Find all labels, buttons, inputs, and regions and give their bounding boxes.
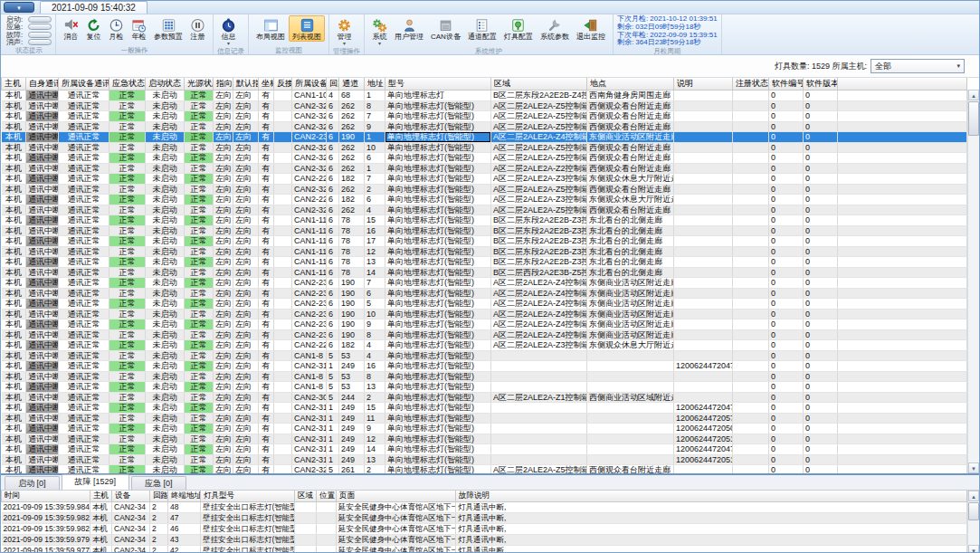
column-header[interactable]: 主机 <box>90 491 112 502</box>
scroll-down-arrow[interactable]: ▼ <box>968 462 979 473</box>
monthly-check-button[interactable]: 月检 <box>105 15 128 42</box>
ribbon-tab-datetime[interactable]: 2021-09-09 15:40:32 <box>40 1 147 14</box>
scroll-thumb[interactable] <box>968 101 979 136</box>
annual-check-button[interactable]: 年检 <box>128 15 150 42</box>
lamp-row[interactable]: 本机通讯中断通讯正常正常未启动正常左向左向有CAN2-3052442单向地埋标志… <box>2 392 967 403</box>
lamp-row[interactable]: 本机通讯中断通讯正常正常未启动正常左向左向有CAN1-1167815单向地埋标志… <box>2 215 967 226</box>
column-header[interactable]: 终端地址 <box>168 491 201 502</box>
lamp-row[interactable]: 本机通讯中断通讯正常正常未启动正常左向左向有CAN2-2261824单向地埋标志… <box>2 340 967 351</box>
lamp-row[interactable]: 本机通讯中断通讯正常正常未启动正常左向左向有CAN1-1167813单向地埋标志… <box>2 257 967 268</box>
column-header[interactable]: 灯具型号 <box>201 491 295 502</box>
tab-emergency[interactable]: 应急 [0] <box>131 476 186 490</box>
column-header[interactable]: 所属设备 <box>292 78 327 91</box>
column-header[interactable]: 所属设备通讯 <box>59 78 109 91</box>
register-button[interactable]: 注册 <box>186 15 209 42</box>
scroll-up-arrow[interactable]: ▲ <box>968 90 979 100</box>
column-header[interactable]: 区域 <box>491 78 587 91</box>
lamp-row[interactable]: 本机通讯中断通讯正常正常未启动正常左向左向有CAN2-2261827单向地埋标志… <box>2 174 967 185</box>
lamp-config-button[interactable]: 灯具配置 <box>500 15 537 42</box>
lamp-row[interactable]: 本机通讯中断通讯正常正常未启动正常左向左向有CAN2-2361908单向地埋标志… <box>2 329 967 340</box>
lamp-row[interactable]: 本机通讯中断通讯正常正常未启动正常左向左向有CAN2-31124914单向地埋标… <box>2 444 967 455</box>
column-header[interactable]: 通道 <box>339 78 365 91</box>
app-menu-button[interactable]: ▾ <box>4 2 34 13</box>
column-header[interactable]: 回路 <box>150 491 168 502</box>
column-header[interactable]: 区域 <box>295 491 317 502</box>
lamp-row[interactable]: 本机通讯中断通讯正常正常未启动正常左向左向有CAN2-31124916单向地埋标… <box>2 361 967 372</box>
fault-table-scrollbar[interactable]: ▲ ▼ <box>967 491 979 553</box>
user-management-button[interactable]: 用户管理 <box>391 15 427 42</box>
can-device-button[interactable]: CAN设备 <box>427 15 464 42</box>
lamp-row[interactable]: 本机通讯中断通讯正常正常未启动正常左向左向有CAN1-1167814单向地埋标志… <box>2 267 967 278</box>
column-header[interactable]: 地点 <box>587 78 674 91</box>
column-header[interactable]: 时间 <box>2 491 90 502</box>
tab-fault[interactable]: 故障 [1529] <box>62 474 130 490</box>
manage-button[interactable]: 管理▾ <box>333 15 356 47</box>
column-header[interactable]: 光源状态 <box>185 78 214 91</box>
lamp-row[interactable]: 本机通讯中断通讯正常正常未启动正常左向左向有CAN2-2361901单向地埋标志… <box>2 132 967 143</box>
lamp-row[interactable]: 本机通讯中断通讯正常正常未启动正常左向左向有CAN2-3262627单向地埋标志… <box>2 111 967 122</box>
lamp-row[interactable]: 本机通讯中断通讯正常正常未启动正常左向左向有CAN1-104681单向地埋标志灯… <box>2 91 967 101</box>
column-header[interactable]: 注册状态 <box>733 78 769 91</box>
lamp-row[interactable]: 本机通讯中断通讯正常正常未启动正常左向左向有CAN2-3262626单向地埋标志… <box>2 153 967 164</box>
scroll-down-arrow[interactable]: ▼ <box>968 545 979 553</box>
lamp-row[interactable]: 本机通讯中断通讯正常正常未启动正常左向左向有CAN1-855313单向地埋标志灯… <box>2 382 967 393</box>
fault-row[interactable]: 2021-09-09 15:39:59.982本机CAN2-34247壁挂安全出… <box>2 513 967 524</box>
tab-start[interactable]: 启动 [0] <box>5 476 60 490</box>
fault-row[interactable]: 2021-09-09 15:39:59.977本机CAN2-34242壁挂安全出… <box>2 546 967 553</box>
column-header[interactable]: 位置 <box>317 491 337 502</box>
column-header[interactable]: 软件版本 <box>804 78 838 91</box>
lamp-row[interactable]: 本机通讯中断通讯正常正常未启动正常左向左向有CAN2-32626210单向地埋标… <box>2 142 967 153</box>
scroll-thumb[interactable] <box>968 502 979 520</box>
lamp-row[interactable]: 本机通讯中断通讯正常正常未启动正常左向左向有CAN1-1167816单向地埋标志… <box>2 225 967 236</box>
system-button[interactable]: 系统▾ <box>368 15 391 47</box>
column-header[interactable]: 说明 <box>674 78 733 91</box>
column-header[interactable]: 设备 <box>112 491 150 502</box>
lamp-row[interactable]: 本机通讯中断通讯正常正常未启动正常左向左向有CAN2-3262621单向地埋标志… <box>2 163 967 174</box>
exit-monitor-button[interactable]: 退出监控 <box>573 15 609 42</box>
mute-button[interactable]: 消音 <box>60 15 82 42</box>
host-filter-select[interactable]: 全部 ▾ <box>871 59 965 73</box>
lamp-row[interactable]: 本机通讯中断通讯正常正常未启动正常左向左向有CAN2-2261826单向地埋标志… <box>2 195 967 205</box>
list-view-button[interactable]: 列表视图 <box>289 15 325 42</box>
lamp-row[interactable]: 本机通讯中断通讯正常正常未启动正常左向左向有CAN2-3262628单向地埋标志… <box>2 100 967 111</box>
lamp-row[interactable]: 本机通讯中断通讯正常正常未启动正常左向左向有CAN2-2361905单向地埋标志… <box>2 299 967 310</box>
column-header[interactable]: 软件编号 <box>769 78 804 91</box>
lamp-row[interactable]: 本机通讯中断通讯正常正常未启动正常左向左向有CAN2-23619010单向地埋标… <box>2 309 967 319</box>
column-header[interactable]: 型号 <box>385 78 491 91</box>
reset-button[interactable]: 复位 <box>82 15 105 42</box>
lamp-row[interactable]: 本机通讯中断通讯正常正常未启动正常左向左向有CAN2-3262629单向地埋标志… <box>2 121 967 132</box>
column-header[interactable]: 页面 <box>337 491 456 502</box>
lamp-row[interactable]: 本机通讯中断通讯正常正常未启动正常左向左向有CAN2-31124912单向地埋标… <box>2 434 967 444</box>
lamp-row[interactable]: 本机通讯中断通讯正常正常未启动正常左向左向有CAN2-2361909单向地埋标志… <box>2 319 967 330</box>
lamp-row[interactable]: 本机通讯中断通讯正常正常未启动正常左向左向有CAN2-31124911单向地埋标… <box>2 413 967 424</box>
column-header[interactable]: 自身通讯 <box>26 78 59 91</box>
lamp-row[interactable]: 本机通讯中断通讯正常正常未启动正常左向左向有CAN1-85534单向地埋标志灯(… <box>2 350 967 361</box>
lamp-row[interactable]: 本机通讯中断通讯正常正常未启动正常左向左向有CAN2-31124913单向地埋标… <box>2 454 967 465</box>
lamp-row[interactable]: 本机通讯中断通讯正常正常未启动正常左向左向有CAN2-3262624单向地埋标志… <box>2 205 967 215</box>
system-params-button[interactable]: 系统参数 <box>537 15 573 42</box>
column-header[interactable]: 反接 <box>274 78 292 91</box>
column-header[interactable]: 地址 <box>365 78 385 91</box>
lamp-row[interactable]: 本机通讯中断通讯正常正常未启动正常左向左向有CAN2-3262622单向地埋标志… <box>2 184 967 195</box>
column-header[interactable]: 默认指向 <box>233 78 259 91</box>
lamp-row[interactable]: 本机通讯中断通讯正常正常未启动正常左向左向有CAN2-2361907单向地埋标志… <box>2 278 967 289</box>
scroll-up-arrow[interactable]: ▲ <box>968 491 979 501</box>
fault-row[interactable]: 2021-09-09 15:39:59.984本机CAN2-34248壁挂安全出… <box>2 502 967 513</box>
info-button[interactable]: 信息▾ <box>217 15 240 47</box>
layout-view-button[interactable]: 布局视图 <box>252 15 289 42</box>
column-header[interactable]: 坐标 <box>259 78 274 91</box>
main-table-scrollbar[interactable]: ▲ ▼ <box>967 90 979 473</box>
column-header[interactable]: 应急状态 <box>109 78 146 91</box>
lamp-row[interactable]: 本机通讯中断通讯正常正常未启动正常左向左向有CAN1-1167817单向地埋标志… <box>2 236 967 247</box>
lamp-row[interactable]: 本机通讯中断通讯正常正常未启动正常左向左向有CAN1-1167812单向地埋标志… <box>2 246 967 257</box>
channel-config-button[interactable]: 通道配置 <box>464 15 500 42</box>
lamp-row[interactable]: 本机通讯中断通讯正常正常未启动正常左向左向有CAN2-3252612单向地埋标志… <box>2 465 967 474</box>
fault-row[interactable]: 2021-09-09 15:39:59.982本机CAN2-34246壁挂安全出… <box>2 524 967 535</box>
fault-row[interactable]: 2021-09-09 15:39:59.979本机CAN2-34243壁挂安全出… <box>2 535 967 546</box>
column-header[interactable]: 回路 <box>327 78 339 91</box>
lamp-row[interactable]: 本机通讯中断通讯正常正常未启动正常左向左向有CAN2-2361906单向地埋标志… <box>2 288 967 299</box>
lamp-row[interactable]: 本机通讯中断通讯正常正常未启动正常左向左向有CAN1-85538单向地埋标志灯(… <box>2 371 967 382</box>
column-header[interactable]: 故障说明 <box>456 491 967 502</box>
param-preset-button[interactable]: 参数预置 <box>150 15 186 42</box>
column-header[interactable]: 启动状态 <box>146 78 185 91</box>
